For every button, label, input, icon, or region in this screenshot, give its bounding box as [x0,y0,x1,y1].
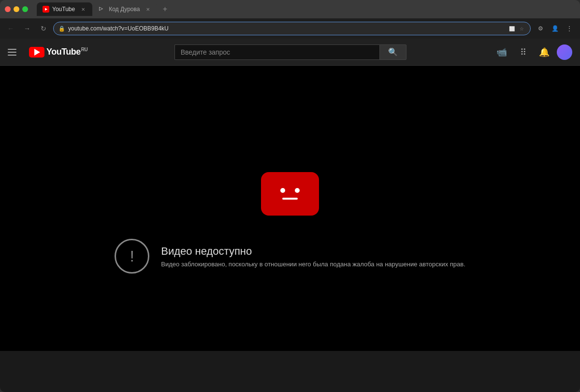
youtube-logo-icon [29,47,44,58]
nav-bar: ← → ↻ 🔒 youtube.com/watch?v=UoEOBB9B4kU … [0,18,580,39]
error-subtitle: Видео заблокировано, поскольку в отношен… [161,261,465,268]
more-icon[interactable]: ⋮ [563,22,576,35]
notifications-icon[interactable]: 🔔 [536,44,553,61]
refresh-button[interactable]: ↻ [37,22,50,35]
lock-icon: 🔒 [58,26,65,32]
grid-apps-icon[interactable]: ⠿ [514,44,532,61]
search-icon: 🔍 [388,47,398,57]
error-container: ! Видео недоступно Видео заблокировано, … [115,239,465,274]
tab-youtube-close[interactable]: ✕ [80,6,87,13]
error-title: Видео недоступно [161,245,465,258]
window-controls [5,6,28,12]
error-text-area: Видео недоступно Видео заблокировано, по… [161,245,465,268]
url-text: youtube.com/watch?v=UoEOBB9B4kU [68,25,505,32]
browser-window: ▶ YouTube ✕ ▷ Код Дурова ✕ + ← → ↻ 🔒 you… [0,0,580,392]
close-button[interactable] [5,6,11,12]
youtube-play-triangle [34,49,40,56]
nav-right-icons: ⚙ 👤 ⋮ [534,22,576,35]
tab-koddurova-label: Код Дурова [109,6,140,13]
hamburger-menu[interactable] [8,45,21,59]
sad-eyes [280,188,300,193]
youtube-logo-text: YouTubeRU [46,47,87,57]
extensions-icon[interactable]: ⚙ [534,22,547,35]
search-box: 🔍 [174,44,406,60]
forward-button[interactable]: → [20,22,34,35]
youtube-country: RU [81,47,87,52]
sad-eye-right [295,188,300,193]
youtube-logo[interactable]: YouTubeRU [29,47,87,58]
tab-youtube[interactable]: ▶ YouTube ✕ [37,2,92,16]
tab-youtube-label: YouTube [52,6,75,13]
minimize-button[interactable] [14,6,19,12]
sad-eye-left [280,188,285,193]
hamburger-line-1 [8,49,16,50]
video-camera-icon[interactable]: 📹 [493,44,510,61]
youtube-text: YouTube [46,47,81,57]
address-bar[interactable]: 🔒 youtube.com/watch?v=UoEOBB9B4kU ⬜ ☆ [53,22,531,35]
cast-icon[interactable]: ⬜ [508,25,516,32]
koddurova-tab-favicon: ▷ [99,6,106,13]
profile-icon[interactable]: 👤 [548,22,562,35]
video-area: ! Видео недоступно Видео заблокировано, … [0,66,580,351]
bottom-bar [0,351,580,392]
youtube-tab-favicon: ▶ [43,6,49,13]
error-circle-icon: ! [115,239,149,274]
back-button[interactable]: ← [4,22,17,35]
exclamation-mark: ! [130,248,134,264]
hamburger-line-2 [8,52,16,53]
youtube-header: YouTubeRU 🔍 📹 ⠿ 🔔 [0,39,580,66]
title-bar: ▶ YouTube ✕ ▷ Код Дурова ✕ + [0,0,580,18]
bookmark-icon[interactable]: ☆ [518,25,525,32]
search-input[interactable] [174,44,379,60]
user-avatar[interactable] [557,44,572,60]
maximize-button[interactable] [22,6,28,12]
address-bar-icons: ⬜ ☆ [508,25,525,32]
tab-koddurova-close[interactable]: ✕ [145,6,151,13]
new-tab-button[interactable]: + [158,2,172,16]
tabs-area: ▶ YouTube ✕ ▷ Код Дурова ✕ + [37,2,575,16]
search-area: 🔍 [95,44,485,60]
tab-koddurova[interactable]: ▷ Код Дурова ✕ [93,2,157,16]
search-button[interactable]: 🔍 [379,44,406,60]
sad-youtube-icon [261,172,319,216]
sad-mouth [282,198,298,200]
hamburger-line-3 [8,55,16,56]
youtube-right-icons: 📹 ⠿ 🔔 [493,44,572,61]
